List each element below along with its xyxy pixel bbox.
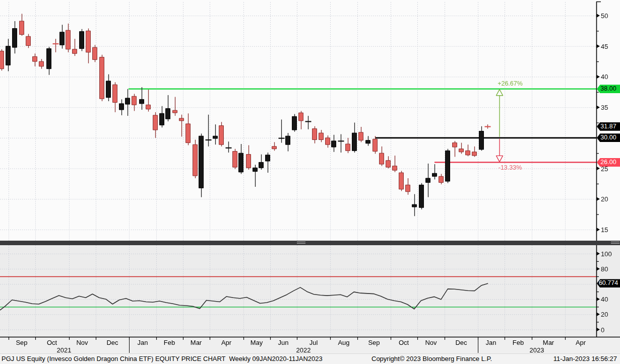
copyright-text: Copyright© 2023 Bloomberg Finance L.P. — [371, 354, 492, 364]
panel-divider — [0, 241, 620, 245]
bloomberg-chart-window: +26.67%-13.33%50454035252015100804020038… — [0, 0, 620, 364]
chart-description: PGJ US Equity (Invesco Golden Dragon Chi… — [2, 354, 323, 364]
divider-drag-handle-icon[interactable] — [297, 241, 305, 245]
divider-drag-handle-right-icon[interactable] — [611, 241, 619, 245]
status-bar: PGJ US Equity (Invesco Golden Dragon Chi… — [0, 353, 620, 364]
datetime-text: 11-Jan-2023 16:56:27 — [553, 354, 617, 364]
chart-canvas — [0, 0, 620, 364]
